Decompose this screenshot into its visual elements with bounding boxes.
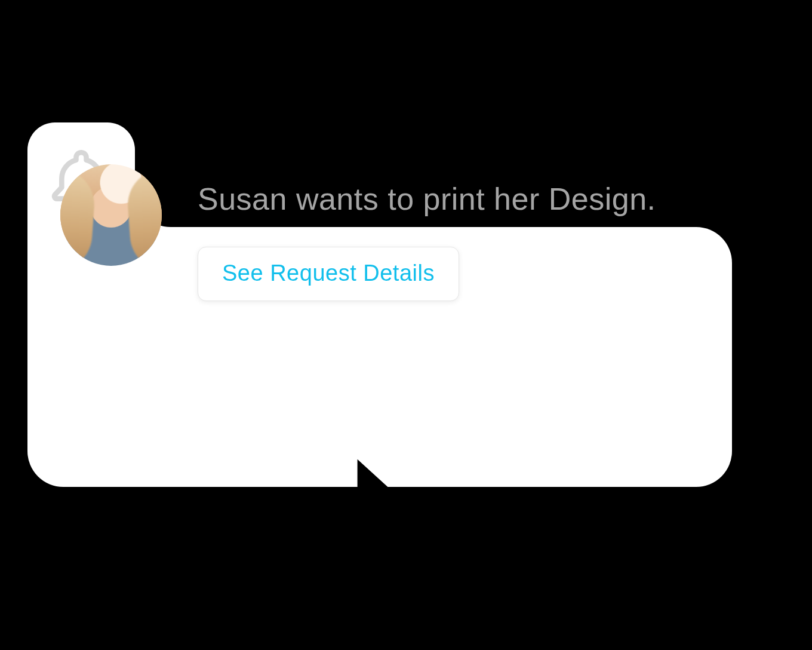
notification-card: 1 Susan wants to print her Design. See R… — [27, 122, 732, 487]
avatar — [60, 164, 162, 266]
notification-text-column: Susan wants to print her Design. See Req… — [198, 164, 656, 301]
notification-content: Susan wants to print her Design. See Req… — [60, 164, 708, 301]
see-request-details-button[interactable]: See Request Details — [198, 247, 459, 301]
notification-message: Susan wants to print her Design. — [198, 181, 656, 217]
